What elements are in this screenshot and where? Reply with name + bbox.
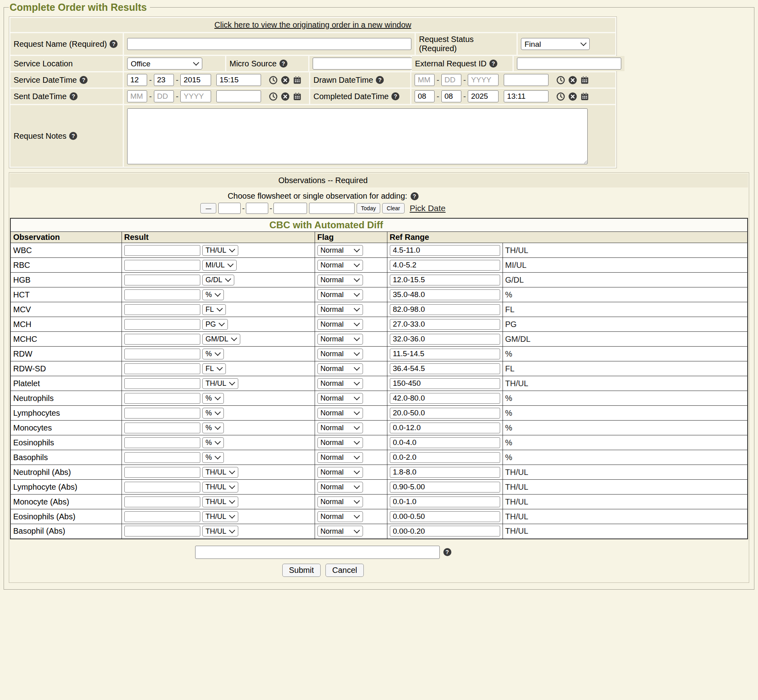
result-input[interactable]: [124, 245, 200, 256]
service-day-input[interactable]: [154, 74, 174, 86]
ref-range-input[interactable]: [390, 467, 500, 478]
help-icon[interactable]: ?: [80, 76, 88, 84]
pick-date-link[interactable]: Pick Date: [410, 203, 446, 213]
help-icon[interactable]: ?: [411, 192, 419, 200]
service-time-input[interactable]: [216, 74, 261, 86]
result-unit-select[interactable]: %: [202, 437, 224, 448]
result-input[interactable]: [124, 319, 200, 330]
flag-select[interactable]: Normal: [317, 393, 363, 404]
result-unit-select[interactable]: %: [202, 452, 224, 463]
result-unit-select[interactable]: %: [202, 349, 224, 359]
result-input[interactable]: [124, 378, 200, 389]
ref-range-input[interactable]: [390, 378, 500, 389]
flag-select[interactable]: Normal: [317, 304, 363, 315]
clear-date-icon[interactable]: [281, 76, 290, 85]
picker-time-input[interactable]: [309, 203, 355, 214]
ref-range-input[interactable]: [390, 497, 500, 507]
ref-range-input[interactable]: [390, 363, 500, 374]
result-input[interactable]: [124, 526, 200, 536]
flag-select[interactable]: Normal: [317, 245, 363, 256]
ref-range-input[interactable]: [390, 482, 500, 493]
ref-range-input[interactable]: [390, 260, 500, 271]
result-input[interactable]: [124, 260, 200, 271]
result-input[interactable]: [124, 511, 200, 522]
ref-range-input[interactable]: [390, 526, 500, 536]
micro-source-input[interactable]: [313, 58, 417, 70]
result-unit-select[interactable]: %: [202, 289, 224, 300]
ref-range-input[interactable]: [390, 304, 500, 315]
result-input[interactable]: [124, 423, 200, 433]
result-unit-select[interactable]: FL: [202, 363, 226, 374]
result-unit-select[interactable]: TH/UL: [202, 526, 238, 536]
result-input[interactable]: [124, 393, 200, 404]
ref-range-input[interactable]: [390, 437, 500, 448]
sent-month-input[interactable]: [127, 90, 147, 102]
flag-select[interactable]: Normal: [317, 482, 363, 493]
result-unit-select[interactable]: TH/UL: [202, 245, 238, 256]
bottom-text-input[interactable]: [195, 546, 440, 559]
flag-select[interactable]: Normal: [317, 378, 363, 389]
clock-icon[interactable]: [269, 76, 278, 85]
help-icon[interactable]: ?: [69, 132, 77, 140]
request-notes-textarea[interactable]: [127, 108, 588, 164]
remove-flowsheet-button[interactable]: —: [200, 203, 216, 213]
result-input[interactable]: [124, 497, 200, 507]
help-icon[interactable]: ?: [376, 76, 384, 84]
result-input[interactable]: [124, 363, 200, 374]
help-icon[interactable]: ?: [489, 60, 497, 68]
result-unit-select[interactable]: MI/UL: [202, 260, 237, 271]
completed-year-input[interactable]: [468, 90, 499, 102]
drawn-time-input[interactable]: [504, 74, 549, 86]
cancel-button[interactable]: Cancel: [325, 564, 364, 577]
ref-range-input[interactable]: [390, 245, 500, 256]
result-input[interactable]: [124, 408, 200, 419]
today-button[interactable]: Today: [357, 203, 380, 213]
picker-month-input[interactable]: [218, 203, 241, 214]
clock-icon[interactable]: [556, 92, 565, 101]
flag-select[interactable]: Normal: [317, 423, 363, 433]
help-icon[interactable]: ?: [70, 92, 78, 100]
result-input[interactable]: [124, 452, 200, 463]
clear-date-icon[interactable]: [568, 76, 577, 85]
sent-year-input[interactable]: [180, 90, 211, 102]
flag-select[interactable]: Normal: [317, 467, 363, 478]
completed-day-input[interactable]: [441, 90, 461, 102]
ref-range-input[interactable]: [390, 289, 500, 300]
service-month-input[interactable]: [127, 74, 147, 86]
help-icon[interactable]: ?: [391, 92, 399, 100]
flag-select[interactable]: Normal: [317, 408, 363, 419]
result-unit-select[interactable]: %: [202, 393, 224, 404]
drawn-year-input[interactable]: [468, 74, 499, 86]
result-input[interactable]: [124, 275, 200, 285]
external-request-id-input[interactable]: [517, 58, 621, 70]
calendar-icon[interactable]: [580, 76, 589, 85]
completed-time-input[interactable]: [504, 90, 549, 102]
flag-select[interactable]: Normal: [317, 289, 363, 300]
ref-range-input[interactable]: [390, 452, 500, 463]
result-unit-select[interactable]: G/DL: [202, 275, 234, 285]
flag-select[interactable]: Normal: [317, 437, 363, 448]
help-icon[interactable]: ?: [110, 40, 118, 48]
result-input[interactable]: [124, 289, 200, 300]
result-unit-select[interactable]: %: [202, 408, 224, 419]
ref-range-input[interactable]: [390, 275, 500, 285]
result-input[interactable]: [124, 467, 200, 478]
ref-range-input[interactable]: [390, 423, 500, 433]
flag-select[interactable]: Normal: [317, 363, 363, 374]
clear-button[interactable]: Clear: [382, 203, 404, 213]
sent-time-input[interactable]: [216, 90, 261, 102]
view-originating-order-link[interactable]: Click here to view the originating order…: [214, 20, 411, 29]
clock-icon[interactable]: [269, 92, 278, 101]
result-unit-select[interactable]: %: [202, 423, 224, 433]
result-input[interactable]: [124, 482, 200, 493]
result-unit-select[interactable]: TH/UL: [202, 378, 238, 389]
flag-select[interactable]: Normal: [317, 526, 363, 536]
result-unit-select[interactable]: TH/UL: [202, 482, 238, 493]
result-unit-select[interactable]: GM/DL: [202, 334, 240, 345]
calendar-icon[interactable]: [293, 92, 302, 101]
service-year-input[interactable]: [180, 74, 211, 86]
flag-select[interactable]: Normal: [317, 334, 363, 345]
clock-icon[interactable]: [556, 76, 565, 85]
flag-select[interactable]: Normal: [317, 260, 363, 271]
completed-month-input[interactable]: [415, 90, 435, 102]
